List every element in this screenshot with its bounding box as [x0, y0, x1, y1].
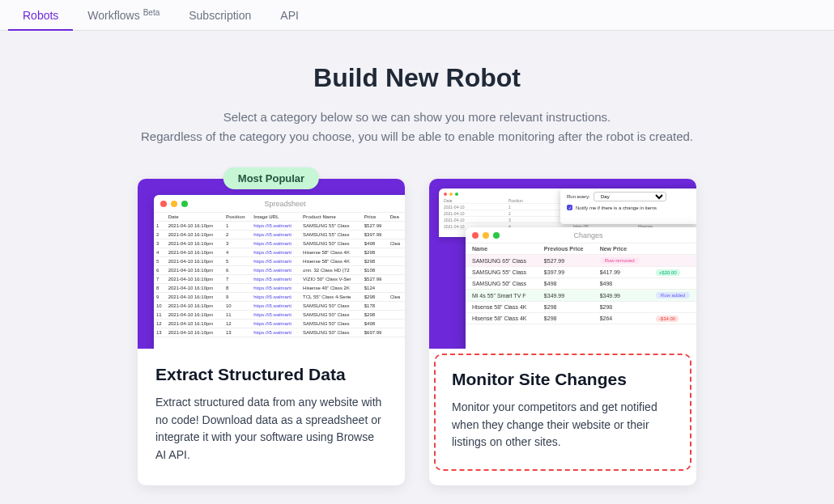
card-extract-data[interactable]: Most Popular Spreadsheet DatePositionIma…: [138, 179, 405, 485]
monitor-card-body-highlight: Monitor Site Changes Monitor your compet…: [434, 354, 691, 471]
spreadsheet-table: DatePositionImage URLProduct NamePriceDe…: [154, 213, 405, 337]
monitor-preview: Spreadsheet DatePositionImage URLProduct…: [429, 179, 696, 349]
page-subtitle-2: Regardless of the category you choose, y…: [0, 127, 834, 146]
changes-title: Changes: [504, 231, 673, 239]
nav-subscription[interactable]: Subscription: [174, 0, 266, 30]
card-monitor-title: Monitor Site Changes: [452, 370, 674, 389]
window-min-icon: [171, 201, 177, 207]
run-every-select[interactable]: Day: [594, 192, 666, 201]
window-max-icon: [493, 232, 500, 239]
nav-workflows[interactable]: WorkflowsBeta: [73, 0, 174, 30]
window-close-icon: [472, 232, 479, 239]
window-title: Spreadsheet: [192, 200, 378, 208]
changes-table: NamePrevious PriceNew Price SAMSUNG 65" …: [466, 244, 696, 324]
card-monitor-desc: Monitor your competitors and get notifie…: [452, 399, 674, 451]
window-max-icon: [455, 193, 458, 196]
beta-badge: Beta: [143, 8, 160, 17]
window-max-icon: [181, 201, 188, 207]
most-popular-badge: Most Popular: [223, 167, 319, 189]
changes-window: Changes NamePrevious PriceNew Price SAMS…: [466, 227, 696, 349]
window-close-icon: [444, 193, 447, 196]
run-every-label: Run every:: [567, 194, 590, 199]
window-min-icon: [449, 193, 453, 196]
notify-checkbox[interactable]: ✓: [567, 205, 572, 210]
main-nav: Robots WorkflowsBeta Subscription API: [0, 0, 834, 31]
nav-robots[interactable]: Robots: [8, 0, 73, 30]
nav-api[interactable]: API: [266, 0, 313, 30]
page-subtitle-1: Select a category below so we can show y…: [0, 108, 834, 127]
page-content: Build New Robot Select a category below …: [0, 31, 834, 485]
window-close-icon: [160, 201, 167, 207]
spreadsheet-window: Spreadsheet DatePositionImage URLProduct…: [154, 195, 405, 349]
category-cards: Most Popular Spreadsheet DatePositionIma…: [0, 179, 834, 485]
card-extract-title: Extract Structured Data: [155, 365, 387, 384]
notify-label: Notify me if there is a change in items: [576, 205, 657, 210]
page-title: Build New Robot: [0, 63, 834, 93]
card-monitor-changes[interactable]: Spreadsheet DatePositionImage URLProduct…: [429, 179, 696, 485]
run-settings-panel: Run every: Day ✓ Notify me if there is a…: [560, 188, 696, 224]
card-extract-desc: Extract structured data from any website…: [155, 394, 387, 464]
window-min-icon: [483, 232, 489, 239]
extract-preview: Spreadsheet DatePositionImage URLProduct…: [138, 179, 405, 349]
